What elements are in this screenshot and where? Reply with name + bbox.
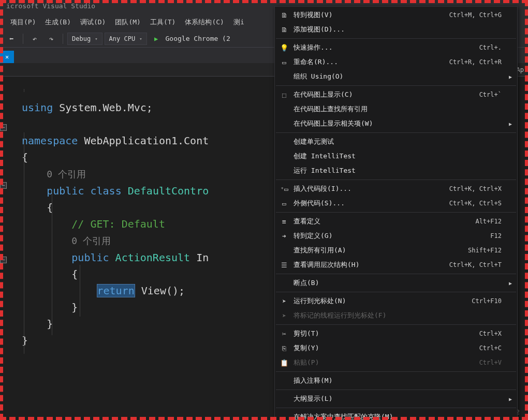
config-dropdown[interactable]: Debug	[67, 33, 102, 45]
context-menu-item[interactable]: ⁺▭插入代码段(I)...Ctrl+K, Ctrl+X	[275, 182, 517, 196]
menu-item-icon: ≡	[277, 218, 291, 226]
app-title: icrosoft Visual Studio	[6, 2, 95, 10]
context-menu-item[interactable]: ➜转到定义(G)F12	[275, 229, 517, 243]
menu-item-shortcut: Ctrl+V	[479, 359, 502, 366]
start-debug-button[interactable]: ▶	[149, 32, 164, 46]
context-menu-item[interactable]: 在代码图上查找所有引用	[275, 102, 517, 116]
code-line: using System.Web.Mvc;	[22, 101, 153, 114]
context-menu: 🗎转到视图(V)Ctrl+M, Ctrl+G🗎添加视图(D)...💡快速操作..…	[274, 6, 518, 420]
context-menu-item[interactable]: ✂剪切(T)Ctrl+X	[275, 326, 517, 341]
menu-item-icon: ➜	[277, 232, 291, 240]
menu-separator	[276, 408, 516, 408]
code-line: namespace WebApplication1.Cont	[22, 134, 209, 147]
context-menu-item[interactable]: 查找所有引用(A)Shift+F12	[275, 243, 517, 258]
document-tab-active[interactable]: ✕	[0, 51, 14, 63]
menu-item-shortcut: Ctrl+R, Ctrl+R	[449, 58, 502, 66]
context-menu-item[interactable]: 断点(B)▶	[275, 276, 517, 290]
menu-item-icon: ☰	[277, 261, 291, 269]
menu-build[interactable]: 生成(B)	[45, 18, 70, 27]
context-menu-item[interactable]: 🗎转到视图(V)Ctrl+M, Ctrl+G	[275, 8, 517, 22]
platform-dropdown[interactable]: Any CPU	[105, 33, 147, 45]
menu-item-label: 重命名(R)...	[291, 57, 449, 67]
menu-item-label: 转到定义(G)	[291, 231, 490, 241]
menu-item-label: 大纲显示(L)	[291, 394, 502, 403]
menu-item-label: 在代码图上查找所有引用	[291, 104, 502, 114]
menu-item-shortcut: Alt+F12	[475, 218, 502, 225]
context-menu-item[interactable]: 大纲显示(L)▶	[275, 392, 517, 406]
menu-item-label: 外侧代码(S)...	[291, 199, 449, 208]
context-menu-item[interactable]: ⬚在代码图上显示(C)Ctrl+`	[275, 87, 517, 102]
menu-project[interactable]: 项目(P)	[10, 18, 36, 27]
menu-item-icon: 💡	[277, 44, 291, 52]
code-line: return View();	[97, 284, 185, 297]
context-menu-item[interactable]: 运行 IntelliTest	[275, 163, 517, 178]
menu-separator	[276, 274, 516, 274]
menu-item-label: 查看定义	[291, 217, 475, 226]
context-menu-item[interactable]: 创建 IntelliTest	[275, 149, 517, 163]
menu-item-icon: 📋	[277, 359, 291, 367]
menu-item-shortcut: Ctrl+C	[479, 344, 502, 352]
code-line: {	[71, 268, 78, 280]
submenu-arrow-icon: ▶	[509, 74, 512, 80]
close-tab-icon[interactable]: ✕	[5, 53, 9, 61]
menu-item-label: 转到视图(V)	[291, 10, 449, 20]
menu-item-icon: ⎘	[277, 344, 291, 352]
code-line: public ActionResult In	[71, 251, 209, 264]
context-menu-item[interactable]: ⎘复制(Y)Ctrl+C	[275, 341, 517, 355]
menu-item-icon: 🗎	[277, 26, 291, 34]
menu-separator	[276, 292, 516, 292]
redo-button[interactable]: ↷	[44, 32, 58, 46]
menu-team[interactable]: 团队(M)	[115, 18, 140, 27]
context-menu-item[interactable]: 组织 Using(O)▶	[275, 69, 517, 84]
menu-item-shortcut: Ctrl+K, Ctrl+S	[449, 200, 502, 207]
context-menu-item[interactable]: ▭外侧代码(S)...Ctrl+K, Ctrl+S	[275, 196, 517, 211]
menu-separator	[276, 38, 516, 39]
menu-item-label: 插入代码段(I)...	[291, 184, 449, 193]
menu-item-label: 运行 IntelliTest	[291, 166, 502, 175]
menu-separator	[276, 85, 516, 86]
codelens-references[interactable]: 0 个引用	[71, 235, 111, 246]
menu-item-shortcut: Ctrl+M, Ctrl+G	[449, 11, 502, 19]
menu-tools[interactable]: 工具(T)	[150, 18, 175, 27]
context-menu-item[interactable]: ▭重命名(R)...Ctrl+R, Ctrl+R	[275, 55, 517, 69]
run-target[interactable]: Google Chrome (2	[166, 35, 230, 42]
menu-item-icon: ⁺▭	[277, 185, 291, 193]
codelens-references[interactable]: 0 个引用	[47, 169, 86, 179]
menu-item-shortcut: Ctrl+`	[479, 91, 502, 98]
context-menu-item[interactable]: 在代码图上显示相关项(W)▶	[275, 116, 517, 131]
submenu-arrow-icon: ▶	[509, 396, 512, 402]
context-menu-item[interactable]: 在解决方案中查找匹配的克隆(M)	[275, 410, 517, 420]
context-menu-item[interactable]: 🗎添加视图(D)...	[275, 22, 517, 37]
undo-button[interactable]: ↶	[27, 32, 42, 46]
menu-architecture[interactable]: 体系结构(C)	[185, 18, 224, 27]
menu-separator	[276, 324, 516, 325]
menu-item-icon: ✂	[277, 330, 291, 338]
menu-item-label: 组织 Using(O)	[291, 72, 502, 81]
menu-test[interactable]: 测i	[233, 18, 244, 27]
code-line: }	[71, 301, 78, 313]
menu-item-label: 查看调用层次结构(H)	[291, 260, 449, 269]
context-menu-item[interactable]: 插入注释(M)	[275, 373, 517, 388]
context-menu-item[interactable]: 创建单元测试	[275, 134, 517, 149]
context-menu-item[interactable]: ➤运行到光标处(N)Ctrl+F10	[275, 294, 517, 308]
menu-item-label: 在代码图上显示(C)	[291, 90, 479, 99]
menu-item-shortcut: Ctrl+X	[479, 330, 502, 337]
code-line: {	[22, 151, 28, 163]
menu-item-label: 断点(B)	[291, 278, 502, 288]
fold-toggle[interactable]: −	[0, 124, 7, 131]
context-menu-item[interactable]: 💡快速操作...Ctrl+.	[275, 40, 517, 55]
nav-back-button[interactable]: ⬅	[4, 32, 19, 46]
code-line: }	[22, 334, 28, 347]
menu-separator	[276, 389, 516, 390]
submenu-arrow-icon: ▶	[509, 280, 512, 286]
fold-toggle[interactable]: −	[0, 257, 7, 263]
menu-debug[interactable]: 调试(D)	[80, 18, 106, 27]
fold-toggle[interactable]: −	[0, 182, 7, 189]
menu-item-label: 粘贴(P)	[291, 358, 479, 367]
menu-item-icon: ⬚	[277, 91, 291, 99]
context-menu-item[interactable]: ☰查看调用层次结构(H)Ctrl+K, Ctrl+T	[275, 258, 517, 272]
context-menu-item[interactable]: ≡查看定义Alt+F12	[275, 214, 517, 229]
menu-item-label: 插入注释(M)	[291, 376, 502, 385]
menu-item-icon: ➤	[277, 297, 291, 305]
code-line: public class DefaultContro	[47, 185, 209, 197]
